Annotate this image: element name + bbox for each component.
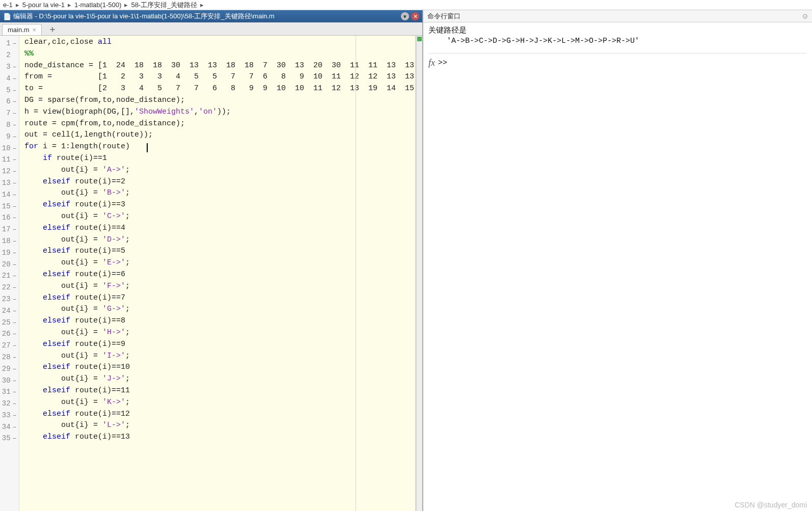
line-number: 10– — [0, 142, 19, 154]
code-area[interactable]: clear,clc,close all%%node_distance = [1 … — [19, 36, 415, 511]
line-number: 24– — [0, 305, 19, 316]
close-button[interactable]: ✕ — [411, 12, 419, 20]
code-line[interactable]: out{i} = 'G->'; — [24, 305, 415, 316]
code-line[interactable]: h = view(biograph(DG,[],'ShowWeights','o… — [24, 107, 415, 119]
line-number: 28– — [0, 352, 19, 363]
command-window-body[interactable]: 关键路径是 'A->B->C->D->G->H->J->K->L->M->O->… — [423, 22, 812, 511]
code-line[interactable]: elseif route(i)==9 — [24, 340, 415, 352]
line-number: 20– — [0, 258, 19, 270]
code-line[interactable]: out{i} = 'L->'; — [24, 421, 415, 433]
close-icon[interactable]: × — [33, 26, 36, 34]
line-number: 4– — [0, 72, 19, 84]
code-line[interactable]: if route(i)==1 — [24, 154, 415, 166]
code-line[interactable]: elseif route(i)==10 — [24, 363, 415, 374]
code-line[interactable]: out{i} = 'J->'; — [24, 374, 415, 386]
command-window-panel: 命令行窗口 ⊙ 关键路径是 'A->B->C->D->G->H->J->K->L… — [423, 10, 812, 511]
code-line[interactable]: out = cell(1,length(route)); — [24, 130, 415, 142]
line-number: 14– — [0, 189, 19, 200]
minimize-button[interactable]: ▾ — [401, 12, 409, 20]
code-line[interactable]: for i = 1:length(route) — [24, 142, 415, 154]
code-line[interactable]: out{i} = 'D->'; — [24, 235, 415, 247]
code-line[interactable]: route = cpm(from,to,node_distance); — [24, 119, 415, 131]
line-number: 23– — [0, 293, 19, 305]
output-line: 'A->B->C->D->G->H->J->K->L->M->O->P->R->… — [428, 37, 807, 48]
code-line[interactable]: out{i} = 'I->'; — [24, 352, 415, 363]
line-number: 9– — [0, 130, 19, 142]
line-number: 32– — [0, 398, 19, 410]
line-number: 27– — [0, 340, 19, 352]
breadcrumb-item[interactable]: 58-工序安排_关键路径 — [131, 1, 197, 10]
line-number: 3– — [0, 61, 19, 73]
line-number: 31– — [0, 386, 19, 398]
command-window-title: 命令行窗口 — [427, 12, 461, 21]
code-line[interactable]: elseif route(i)==4 — [24, 224, 415, 235]
code-line[interactable]: DG = sparse(from,to,node_distance); — [24, 96, 415, 107]
line-number: 17– — [0, 224, 19, 235]
code-line[interactable]: elseif route(i)==2 — [24, 177, 415, 189]
code-line[interactable]: to = [2 3 4 5 7 7 6 8 9 9 10 10 11 12 13… — [24, 84, 415, 96]
command-window-titlebar: 命令行窗口 ⊙ — [423, 10, 812, 22]
tab-main[interactable]: main.m × — [2, 24, 42, 35]
line-number: 11– — [0, 154, 19, 166]
tab-label: main.m — [8, 26, 30, 34]
code-line[interactable]: node_distance = [1 24 18 18 30 13 13 18 … — [24, 61, 415, 73]
code-line[interactable]: out{i} = 'F->'; — [24, 282, 415, 293]
line-number: 2– — [0, 49, 19, 61]
line-number: 5– — [0, 84, 19, 96]
output-line: 关键路径是 — [428, 25, 807, 37]
line-number: 30– — [0, 374, 19, 386]
line-number: 12– — [0, 166, 19, 177]
line-number: 16– — [0, 212, 19, 224]
line-number: 6– — [0, 96, 19, 107]
code-line[interactable]: out{i} = 'E->'; — [24, 258, 415, 270]
line-number: 8– — [0, 119, 19, 131]
code-line[interactable]: clear,clc,close all — [24, 38, 415, 49]
code-line[interactable]: elseif route(i)==7 — [24, 293, 415, 305]
editor-tabbar: main.m × ＋ — [0, 22, 422, 36]
prompt: >> — [438, 59, 447, 67]
line-gutter: 1–2–3–4–5–6–7–8–9–10–11–12–13–14–15–16–1… — [0, 36, 19, 511]
line-number: 33– — [0, 410, 19, 421]
expand-icon[interactable]: ⊙ — [802, 12, 808, 20]
code-line[interactable]: out{i} = 'K->'; — [24, 398, 415, 410]
code-line[interactable]: elseif route(i)==13 — [24, 433, 415, 444]
breadcrumb-item[interactable]: 1-matlab(1-500) — [74, 1, 122, 9]
breadcrumb: e-1▸ 5-pour la vie-1▸ 1-matlab(1-500)▸ 5… — [0, 0, 812, 10]
tab-add-button[interactable]: ＋ — [45, 23, 60, 35]
chevron-right-icon: ▸ — [200, 1, 204, 9]
line-number: 15– — [0, 200, 19, 212]
code-line[interactable]: elseif route(i)==8 — [24, 316, 415, 328]
chevron-right-icon: ▸ — [68, 1, 71, 9]
watermark: CSDN @studyer_domi — [735, 501, 807, 509]
editor-title: 编辑器 - D:\5-pour la vie-1\5-pour la vie-1… — [13, 12, 399, 21]
editor-panel: 📄 编辑器 - D:\5-pour la vie-1\5-pour la vie… — [0, 10, 423, 511]
code-line[interactable]: out{i} = 'B->'; — [24, 189, 415, 200]
editor-body[interactable]: 1–2–3–4–5–6–7–8–9–10–11–12–13–14–15–16–1… — [0, 36, 422, 511]
code-line[interactable]: out{i} = 'H->'; — [24, 328, 415, 340]
code-line[interactable]: elseif route(i)==12 — [24, 410, 415, 421]
code-line[interactable]: %% — [24, 49, 415, 61]
code-line[interactable]: from = [1 2 3 3 4 5 5 7 7 6 8 9 10 11 12… — [24, 72, 415, 84]
chevron-right-icon: ▸ — [124, 1, 128, 9]
fx-icon[interactable]: fx — [428, 58, 435, 68]
line-number: 7– — [0, 107, 19, 119]
code-line[interactable]: elseif route(i)==11 — [24, 386, 415, 398]
line-number: 34– — [0, 421, 19, 433]
line-number: 18– — [0, 235, 19, 247]
line-number: 35– — [0, 433, 19, 444]
line-number: 25– — [0, 316, 19, 328]
ruler-line — [356, 36, 356, 511]
code-line[interactable]: out{i} = 'C->'; — [24, 212, 415, 224]
code-line[interactable]: elseif route(i)==3 — [24, 200, 415, 212]
chevron-right-icon: ▸ — [16, 1, 19, 9]
line-number: 21– — [0, 270, 19, 282]
breadcrumb-item[interactable]: e-1 — [3, 1, 13, 9]
editor-titlebar: 📄 编辑器 - D:\5-pour la vie-1\5-pour la vie… — [0, 10, 422, 22]
code-line[interactable]: elseif route(i)==5 — [24, 247, 415, 258]
code-line[interactable]: elseif route(i)==6 — [24, 270, 415, 282]
breadcrumb-item[interactable]: 5-pour la vie-1 — [22, 1, 65, 9]
line-number: 22– — [0, 282, 19, 293]
line-number: 13– — [0, 177, 19, 189]
code-line[interactable]: out{i} = 'A->'; — [24, 166, 415, 177]
code-status-strip — [416, 36, 422, 511]
